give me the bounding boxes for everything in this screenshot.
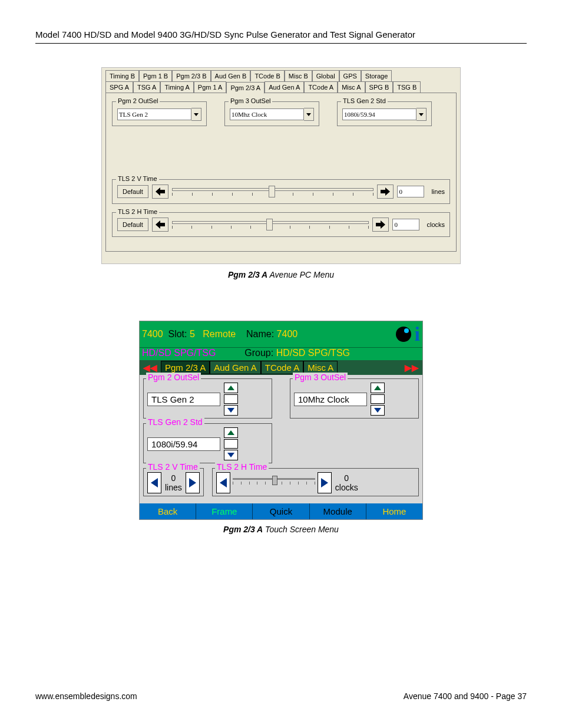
group-pgm3outsel: Pgm 3 OutSel	[224, 101, 319, 126]
nav-right-icon[interactable]: ▶▶	[401, 361, 422, 374]
header-rule	[35, 43, 527, 44]
touch-group-tls2v: TLS 2 V Time 0 lines	[143, 468, 204, 496]
tlsgen2std-value[interactable]: 1080i/59.94	[147, 437, 220, 451]
tab-global[interactable]: Global	[312, 70, 339, 81]
info-icon[interactable]: i	[415, 323, 420, 345]
group-label: Group:	[244, 348, 273, 358]
tlsgen2std-value[interactable]	[342, 108, 416, 120]
spin-mid-icon[interactable]	[224, 394, 238, 404]
spin-mid-icon[interactable]	[371, 394, 385, 404]
tab-timing-b[interactable]: Timing B	[105, 70, 139, 81]
tab-tsgb[interactable]: TSG B	[393, 81, 421, 93]
tab-tsga[interactable]: TSG A	[133, 81, 160, 93]
spin-down-icon[interactable]	[371, 405, 385, 416]
step-left-icon[interactable]	[216, 472, 230, 493]
step-left-icon[interactable]	[147, 472, 161, 493]
unit-label: clocks	[423, 221, 445, 228]
tab-audgenb[interactable]: Aud Gen B	[211, 70, 251, 81]
pgm3outsel-value[interactable]: 10Mhz Clock	[294, 393, 367, 406]
tls2h-value: 0	[344, 473, 349, 483]
svg-marker-6	[376, 220, 385, 229]
touch-panel: 7400 Slot: 5 Remote Name: 7400 i HD/SD S…	[139, 321, 423, 520]
spin-up-icon[interactable]	[224, 383, 238, 393]
touch-footer: Back Frame Quick Module Home	[140, 503, 422, 519]
arrow-left-icon[interactable]	[152, 218, 168, 232]
touch-group-tls2h: TLS 2 H Time 0 clocks	[212, 468, 419, 496]
page-header: Model 7400 HD/SD and Model 9400 3G/HD/SD…	[35, 29, 527, 39]
spin-up-icon[interactable]	[371, 383, 385, 393]
group-legend: TLS 2 V Time	[116, 175, 159, 182]
touch-group-pgm2outsel: Pgm 2 OutSel TLS Gen 2	[143, 378, 272, 419]
default-button[interactable]: Default	[117, 218, 148, 231]
svg-marker-16	[321, 478, 328, 487]
tab-timinga[interactable]: Timing A	[160, 81, 193, 93]
tab-tcodeb[interactable]: TCode B	[250, 70, 284, 81]
tab-spga[interactable]: SPG A	[105, 81, 133, 93]
tab-body: Pgm 2 OutSel Pgm 3 OutSel TLS Gen 2 Std	[105, 93, 457, 252]
tab-misca[interactable]: Misc A	[338, 81, 365, 93]
svg-marker-0	[194, 113, 199, 116]
tab-pgm1b[interactable]: Pgm 1 B	[139, 70, 172, 81]
group-legend: TLS Gen 2 Std	[146, 417, 204, 427]
group-legend: TLS Gen 2 Std	[341, 97, 388, 104]
group-tls2htime: TLS 2 H Time Default clocks	[112, 212, 450, 237]
footer-home[interactable]: Home	[366, 503, 422, 519]
group-value: HD/SD SPG/TSG	[276, 348, 350, 358]
step-right-icon[interactable]	[318, 472, 332, 493]
touch-tab-audgena[interactable]: Aud Gen A	[210, 361, 261, 374]
spin-mid-icon[interactable]	[224, 439, 238, 449]
svg-marker-12	[227, 453, 234, 457]
tab-storage[interactable]: Storage	[361, 70, 392, 81]
slot-label: Slot:	[168, 329, 187, 340]
svg-marker-1	[306, 113, 311, 116]
slider[interactable]	[233, 476, 315, 490]
pgm3outsel-value[interactable]	[230, 108, 304, 120]
htime-value[interactable]	[392, 219, 419, 230]
touch-group-pgm3outsel: Pgm 3 OutSel 10Mhz Clock	[290, 378, 419, 419]
dropdown-arrow-icon[interactable]	[191, 108, 201, 121]
group-legend: TLS 2 H Time	[116, 208, 159, 215]
dropdown-arrow-icon[interactable]	[304, 108, 314, 121]
tab-miscb[interactable]: Misc B	[285, 70, 312, 81]
group-tlsgen2std: TLS Gen 2 Std	[337, 101, 432, 126]
step-right-icon[interactable]	[186, 472, 200, 493]
tab-pgm1a[interactable]: Pgm 1 A	[194, 81, 227, 93]
slider-thumb[interactable]	[269, 186, 275, 197]
default-button[interactable]: Default	[117, 185, 148, 198]
pgm2outsel-value[interactable]: TLS Gen 2	[147, 393, 220, 406]
tab-gps[interactable]: GPS	[339, 70, 361, 81]
touch-body: Pgm 2 OutSel TLS Gen 2 Pgm 3 OutSel 10Mh…	[140, 375, 422, 503]
pgm2outsel-value[interactable]	[117, 108, 191, 120]
page-footer: www.ensembledesigns.com Avenue 7400 and …	[35, 691, 527, 701]
led-icon	[396, 327, 411, 342]
touch-caption: Pgm 2/3 A Touch Screen Menu	[35, 525, 527, 534]
arrow-right-icon[interactable]	[377, 185, 394, 199]
tab-pgm23b[interactable]: Pgm 2/3 B	[172, 70, 210, 81]
arrow-left-icon[interactable]	[152, 185, 168, 199]
footer-quick[interactable]: Quick	[253, 503, 309, 519]
group-legend: Pgm 3 OutSel	[229, 97, 272, 104]
tls2v-value: 0	[171, 473, 176, 483]
footer-back[interactable]: Back	[140, 503, 196, 519]
footer-frame[interactable]: Frame	[196, 503, 253, 519]
svg-marker-10	[374, 408, 381, 413]
tab-pgm23a[interactable]: Pgm 2/3 A	[226, 82, 265, 94]
slider[interactable]	[172, 185, 374, 199]
group-legend: TLS 2 V Time	[146, 462, 200, 472]
footer-url: www.ensembledesigns.com	[35, 691, 137, 701]
slider-thumb[interactable]	[272, 476, 277, 485]
spin-up-icon[interactable]	[224, 427, 238, 438]
spin-down-icon[interactable]	[224, 405, 238, 416]
unit-label: lines	[165, 483, 182, 492]
arrow-right-icon[interactable]	[372, 218, 389, 232]
slider[interactable]	[172, 218, 369, 232]
slider-thumb[interactable]	[266, 219, 273, 230]
group-tls2vtime: TLS 2 V Time Default lines	[112, 179, 450, 204]
tab-audgena[interactable]: Aud Gen A	[265, 81, 304, 93]
vtime-value[interactable]	[397, 186, 424, 197]
tab-tcodea[interactable]: TCode A	[304, 81, 338, 93]
spin-down-icon[interactable]	[224, 450, 238, 460]
tab-spgb[interactable]: SPG B	[365, 81, 394, 93]
footer-module[interactable]: Module	[310, 503, 366, 519]
dropdown-arrow-icon[interactable]	[416, 108, 427, 121]
